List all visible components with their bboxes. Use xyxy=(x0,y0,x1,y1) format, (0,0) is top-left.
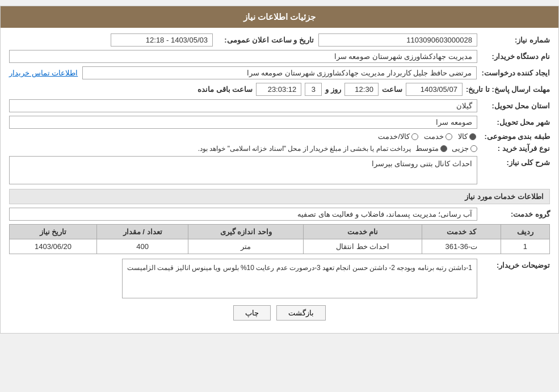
radio-khedmat-label: خدمت xyxy=(424,132,444,141)
creator-value: مرتضی حافظ جلیل کاربردار مدیریت جهادکشاو… xyxy=(82,66,477,79)
radio-jozii-circle xyxy=(470,145,477,152)
description-value: احداث کانال بتنی روستای بیرسرا xyxy=(9,156,477,184)
table-cell-unit: متر xyxy=(188,239,304,254)
buyer-desc-label: توضیحات خریدار: xyxy=(482,259,550,269)
days-value: 3 xyxy=(305,83,322,96)
col-date: تاریخ نیاز xyxy=(10,225,97,239)
buyer-dept-value: مدیریت جهادکشاورزی شهرستان صومعه سرا xyxy=(9,50,477,63)
services-section-header: اطلاعات خدمات مورد نیاز xyxy=(9,189,550,204)
days-label-static: روز و xyxy=(325,85,341,94)
services-section-label: اطلاعات خدمات مورد نیاز xyxy=(465,192,544,201)
table-row: 1ت-36-361احداث خط انتقالمتر4001403/06/20 xyxy=(10,239,550,254)
buyer-desc-value: 1-داشتن رتبه برنامه وبودجه 2- داشتن حسن … xyxy=(122,259,477,298)
radio-kala-khedmat[interactable]: کالا/خدمت xyxy=(378,132,418,141)
page-title: جزئیات اطلاعات نیاز xyxy=(243,12,316,22)
province-row: استان محل تحویل: گیلان xyxy=(9,99,550,112)
radio-khedmat[interactable]: خدمت xyxy=(424,132,452,141)
col-code: کد خدمت xyxy=(422,225,501,239)
time-label-static: ساعت xyxy=(382,85,402,94)
service-group-value: آب رسانی؛ مدیریت پسماند، فاضلاب و فعالیت… xyxy=(9,208,477,221)
city-row: شهر محل تحویل: صومعه سرا xyxy=(9,116,550,129)
page-header: جزئیات اطلاعات نیاز xyxy=(1,6,558,28)
buyer-dept-label: نام دستگاه خریدار: xyxy=(482,52,550,61)
radio-kala-khedmat-circle xyxy=(411,133,418,140)
category-row: طبقه بندی موضوعی: کالا خدمت کالا/خدمت xyxy=(9,132,550,141)
col-unit: واحد اندازه گیری xyxy=(188,225,304,239)
print-button[interactable]: چاپ xyxy=(233,305,271,321)
service-group-label: گروه خدمت: xyxy=(482,210,550,218)
request-number-row: شماره نیاز: 1103090603000028 تاریخ و ساع… xyxy=(9,33,550,47)
description-label: شرح کلی نیاز: xyxy=(482,156,550,167)
button-row: بازگشت چاپ xyxy=(9,305,550,321)
buyer-dept-row: نام دستگاه خریدار: مدیریت جهادکشاورزی شه… xyxy=(9,50,550,63)
remaining-label: ساعت باقی مانده xyxy=(197,85,253,94)
description-row: شرح کلی نیاز: احداث کانال بتنی روستای بی… xyxy=(9,156,550,184)
radio-kala[interactable]: کالا xyxy=(458,132,476,141)
description-text: احداث کانال بتنی روستای بیرسرا xyxy=(372,159,472,168)
radio-motavasset[interactable]: متوسط xyxy=(415,144,447,153)
content-area: شماره نیاز: 1103090603000028 تاریخ و ساع… xyxy=(1,28,558,333)
radio-kala-label: کالا xyxy=(458,132,468,141)
table-cell-code: ت-36-361 xyxy=(422,239,501,254)
purchase-type-row: نوع فرآیند خرید : جزیی متوسط پرداخت تمام… xyxy=(9,144,550,153)
table-cell-row_num: 1 xyxy=(501,239,549,254)
province-value: گیلان xyxy=(9,99,477,112)
creator-label: ایجاد کننده درخواست: xyxy=(481,69,550,77)
radio-jozii[interactable]: جزیی xyxy=(452,144,477,153)
col-name: نام خدمت xyxy=(304,225,422,239)
deadline-row: مهلت ارسال پاسخ: تا تاریخ: 1403/05/07 سا… xyxy=(9,83,550,96)
date-value: 1403/05/07 xyxy=(406,83,463,96)
table-cell-date: 1403/06/20 xyxy=(10,239,97,254)
back-button[interactable]: بازگشت xyxy=(276,305,326,321)
table-cell-name: احداث خط انتقال xyxy=(304,239,422,254)
city-label: شهر محل تحویل: xyxy=(482,118,550,127)
col-row-num: ردیف xyxy=(501,225,549,239)
deadline-label: مهلت ارسال پاسخ: تا تاریخ: xyxy=(466,85,550,94)
purchase-note: پرداخت تمام یا بخشی از مبلغ خریدار از مح… xyxy=(198,145,411,153)
radio-kala-circle xyxy=(469,133,476,140)
col-quantity: تعداد / مقدار xyxy=(97,225,188,239)
remaining-value: 23:03:12 xyxy=(256,83,301,96)
buyer-desc-text: 1-داشتن رتبه برنامه وبودجه 2- داشتن حسن … xyxy=(127,264,472,272)
announce-value: 1403/05/03 - 12:18 xyxy=(111,33,213,47)
service-table: ردیف کد خدمت نام خدمت واحد اندازه گیری ت… xyxy=(9,224,550,254)
page-wrapper: جزئیات اطلاعات نیاز شماره نیاز: 11030906… xyxy=(0,6,559,334)
category-label: طبقه بندی موضوعی: xyxy=(482,132,550,141)
announce-label: تاریخ و ساعت اعلان عمومی: xyxy=(217,36,314,44)
contact-link[interactable]: اطلاعات تماس خریدار xyxy=(9,69,78,77)
request-number-value: 1103090603000028 xyxy=(318,33,477,47)
radio-kala-khedmat-label: کالا/خدمت xyxy=(378,132,410,141)
radio-motavasset-label: متوسط xyxy=(415,144,439,153)
radio-motavasset-circle xyxy=(440,145,447,152)
request-number-label: شماره نیاز: xyxy=(482,36,550,44)
city-value: صومعه سرا xyxy=(9,116,477,129)
purchase-type-label: نوع فرآیند خرید : xyxy=(482,144,550,153)
creator-row: ایجاد کننده درخواست: مرتضی حافظ جلیل کار… xyxy=(9,66,550,79)
service-group-row: گروه خدمت: آب رسانی؛ مدیریت پسماند، فاضل… xyxy=(9,208,550,221)
province-label: استان محل تحویل: xyxy=(482,102,550,110)
time-value: 12:30 xyxy=(344,83,379,96)
buyer-desc-row: توضیحات خریدار: 1-داشتن رتبه برنامه وبود… xyxy=(9,259,550,298)
radio-jozii-label: جزیی xyxy=(452,144,469,153)
table-cell-quantity: 400 xyxy=(97,239,188,254)
radio-khedmat-circle xyxy=(445,133,452,140)
